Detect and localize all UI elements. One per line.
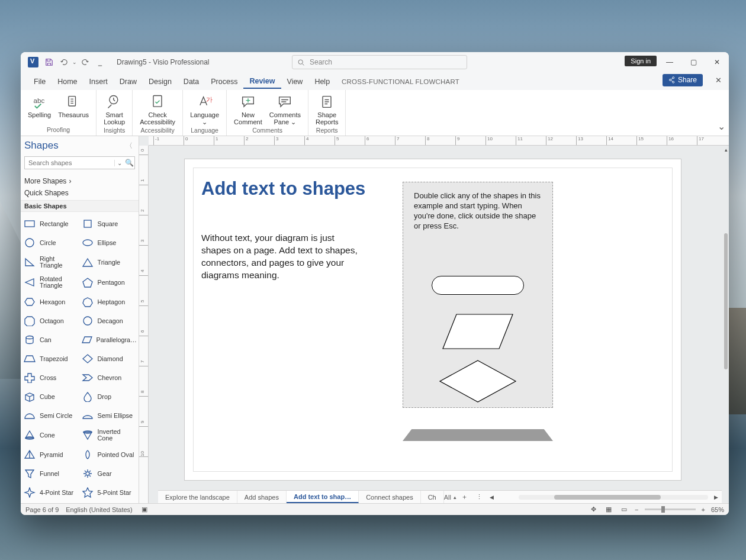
- shape-cross[interactable]: Cross: [22, 368, 80, 387]
- page-tab-3[interactable]: Connect shapes: [359, 491, 421, 503]
- tab-process[interactable]: Process: [205, 74, 243, 88]
- shape-reports-button[interactable]: Shape Reports: [312, 92, 342, 125]
- tab-help[interactable]: Help: [308, 74, 336, 88]
- tab-data[interactable]: Data: [178, 74, 205, 88]
- shape-octagon[interactable]: Octagon: [22, 311, 80, 330]
- tab-insert[interactable]: Insert: [83, 74, 114, 88]
- shape-cone[interactable]: Cone: [22, 425, 80, 445]
- presentation-button[interactable]: ▭: [619, 505, 629, 514]
- tab-file[interactable]: File: [28, 74, 52, 88]
- shape-pointed-oval[interactable]: Pointed Oval: [80, 445, 138, 464]
- shape-cube[interactable]: Cube: [22, 387, 80, 406]
- vertical-scrollbar[interactable]: ▴: [722, 146, 728, 502]
- diamond-shape[interactable]: [439, 360, 516, 403]
- shape-decagon[interactable]: Decagon: [80, 311, 138, 330]
- scroll-left-button[interactable]: ◀: [486, 494, 497, 500]
- quick-shapes-link[interactable]: Quick Shapes: [24, 187, 135, 199]
- zoom-slider[interactable]: [645, 508, 696, 510]
- shape-trapezoid[interactable]: Trapezoid: [22, 349, 80, 368]
- rounded-rectangle-shape[interactable]: [432, 276, 524, 295]
- shape-heptagon[interactable]: Heptagon: [80, 292, 138, 311]
- pan-zoom-button[interactable]: ✥: [589, 505, 598, 514]
- shape-4-point-star[interactable]: 4-Point Star: [22, 483, 80, 502]
- shape-can[interactable]: Can: [22, 330, 80, 349]
- maximize-button[interactable]: ▢: [681, 52, 705, 72]
- tab-cross-functional[interactable]: CROSS-FUNCTIONAL FLOWCHART: [336, 75, 465, 88]
- shape-drop[interactable]: Drop: [80, 387, 138, 406]
- scroll-up-icon[interactable]: ▴: [725, 147, 728, 153]
- new-comment-button[interactable]: New Comment: [230, 92, 266, 125]
- shapes-search-go[interactable]: 🔍: [124, 159, 134, 167]
- tab-view[interactable]: View: [281, 74, 309, 88]
- zoom-level[interactable]: 65%: [711, 506, 724, 513]
- search-box[interactable]: Search: [292, 55, 467, 69]
- shape-chevron[interactable]: Chevron: [80, 368, 138, 387]
- shapes-pane-title: Shapes: [24, 140, 59, 152]
- drawing-page[interactable]: Add text to shapes Without text, your di…: [184, 159, 681, 481]
- parallelogram-shape[interactable]: [442, 314, 513, 349]
- tab-home[interactable]: Home: [52, 74, 83, 88]
- shape-square[interactable]: Square: [80, 214, 138, 233]
- collapse-ribbon-button[interactable]: ⌄: [713, 90, 729, 136]
- shape-pyramid[interactable]: Pyramid: [22, 445, 80, 464]
- shape-diamond[interactable]: Diamond: [80, 349, 138, 368]
- shape-semi-ellipse[interactable]: Semi Ellipse: [80, 406, 138, 425]
- undo-dropdown[interactable]: ⌄: [72, 56, 78, 68]
- spelling-button[interactable]: abcSpelling: [24, 92, 54, 125]
- shape-gear[interactable]: Gear: [80, 464, 138, 483]
- fit-page-button[interactable]: ▦: [604, 505, 613, 514]
- shapes-search[interactable]: ⌄ 🔍: [24, 156, 135, 169]
- page-tab-4[interactable]: Ch: [421, 491, 444, 503]
- basic-shapes-category[interactable]: Basic Shapes: [21, 200, 139, 212]
- close-button[interactable]: ✕: [705, 52, 729, 72]
- shapes-pane-collapse[interactable]: 〈: [126, 141, 133, 151]
- shape-right-triangle[interactable]: RightTriangle: [22, 252, 80, 272]
- shape-5-point-star[interactable]: 5-Point Star: [80, 483, 138, 502]
- language-indicator[interactable]: English (United States): [66, 506, 133, 513]
- shapes-search-input[interactable]: [25, 159, 114, 166]
- shape-rotated-triangle[interactable]: RotatedTriangle: [22, 272, 80, 292]
- shape-ellipse[interactable]: Ellipse: [80, 233, 138, 252]
- canvas-viewport[interactable]: Add text to shapes Without text, your di…: [149, 146, 729, 503]
- page-indicator[interactable]: Page 6 of 9: [25, 506, 59, 513]
- new-page-button[interactable]: ＋: [456, 493, 472, 501]
- all-pages-button[interactable]: All▴: [444, 494, 456, 501]
- share-button[interactable]: Share: [663, 74, 703, 86]
- shape-rectangle[interactable]: Rectangle: [22, 214, 80, 233]
- save-button[interactable]: [43, 56, 55, 68]
- page-tab-0[interactable]: Explore the landscape: [158, 491, 237, 503]
- signin-button[interactable]: Sign in: [625, 56, 657, 66]
- tab-design[interactable]: Design: [143, 74, 178, 88]
- redo-button[interactable]: [80, 56, 92, 68]
- thesaurus-button[interactable]: Thesaurus: [54, 92, 92, 125]
- shape-pentagon[interactable]: Pentagon: [80, 272, 138, 292]
- smart-lookup-button[interactable]: Smart Lookup: [100, 92, 128, 125]
- comments-pane-button[interactable]: Comments Pane ⌄: [266, 92, 304, 125]
- page-tab-1[interactable]: Add shapes: [237, 491, 287, 503]
- shapes-search-dropdown[interactable]: ⌄: [114, 160, 124, 166]
- tab-draw[interactable]: Draw: [114, 74, 143, 88]
- shape-funnel[interactable]: Funnel: [22, 464, 80, 483]
- horizontal-scrollbar[interactable]: [519, 495, 708, 500]
- macro-record-icon[interactable]: ▣: [140, 505, 149, 514]
- qat-customize[interactable]: ‗: [94, 56, 106, 68]
- minimize-button[interactable]: —: [658, 52, 681, 72]
- scroll-right-button[interactable]: ▶: [714, 494, 718, 500]
- shape-inverted-cone[interactable]: InvertedCone: [80, 425, 138, 445]
- shape-semi-circle[interactable]: Semi Circle: [22, 406, 80, 425]
- zoom-out-button[interactable]: −: [635, 506, 638, 513]
- shape-circle[interactable]: Circle: [22, 233, 80, 252]
- zoom-in-button[interactable]: +: [702, 506, 705, 513]
- shape-triangle[interactable]: Triangle: [80, 252, 138, 272]
- undo-button[interactable]: [57, 56, 69, 68]
- check-accessibility-button[interactable]: Check Accessibility: [136, 92, 179, 125]
- more-shapes-link[interactable]: More Shapes›: [24, 175, 135, 187]
- page-tab-2[interactable]: Add text to shap…: [287, 491, 359, 503]
- close-tab-button[interactable]: ✕: [715, 76, 722, 85]
- language-button[interactable]: 가Language ⌄: [186, 92, 223, 125]
- tab-review[interactable]: Review: [243, 73, 281, 89]
- page-tab-bar: Explore the landscapeAdd shapesAdd text …: [158, 490, 722, 503]
- page-tab-menu[interactable]: ⋮: [472, 493, 486, 501]
- shape-parallelogra-[interactable]: Parallelogra…: [80, 330, 138, 349]
- shape-hexagon[interactable]: Hexagon: [22, 292, 80, 311]
